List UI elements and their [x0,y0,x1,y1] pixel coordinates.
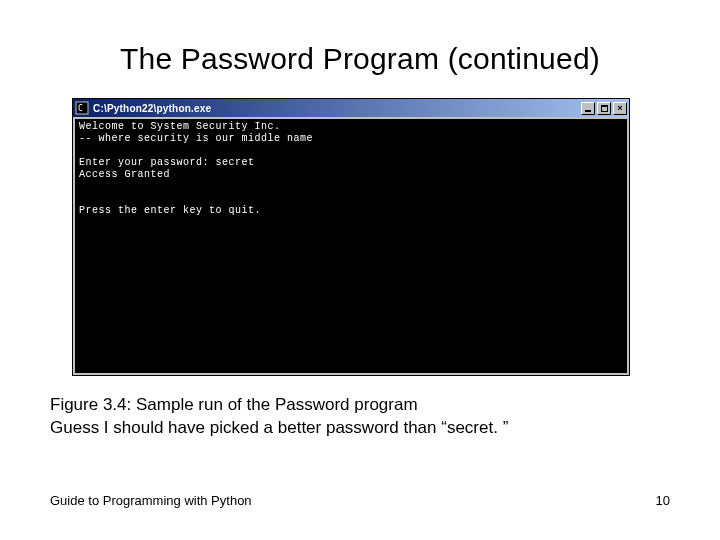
window-title: C:\Python22\python.exe [93,103,581,114]
slide-title: The Password Program (continued) [50,42,670,76]
minimize-button[interactable] [581,102,595,115]
figure-caption: Figure 3.4: Sample run of the Password p… [50,394,670,440]
command-prompt-icon: C [75,101,89,115]
console-frame: Welcome to System Security Inc. -- where… [73,117,629,375]
close-icon: × [617,104,622,113]
slide: The Password Program (continued) C C:\Py… [0,0,720,540]
svg-text:C: C [78,104,83,113]
close-button[interactable]: × [613,102,627,115]
caption-line-1: Figure 3.4: Sample run of the Password p… [50,394,670,417]
window-titlebar: C C:\Python22\python.exe × [73,99,629,117]
console-output: Welcome to System Security Inc. -- where… [75,119,627,373]
console-window: C C:\Python22\python.exe × Welcome to Sy… [72,98,630,376]
footer-text: Guide to Programming with Python [50,493,252,508]
page-number: 10 [656,493,670,508]
maximize-button[interactable] [597,102,611,115]
window-buttons: × [581,102,627,115]
caption-line-2: Guess I should have picked a better pass… [50,417,670,440]
